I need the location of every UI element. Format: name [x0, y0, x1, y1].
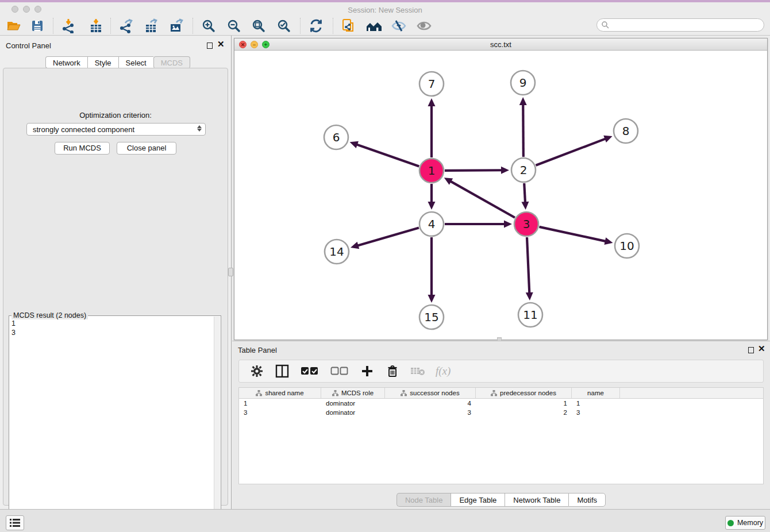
control-panel-tabs: Network Style Select MCDS: [45, 56, 190, 68]
node-label: 9: [519, 76, 527, 90]
table-row[interactable]: 3 dominator 3 2 3: [239, 408, 763, 417]
arrowhead-icon: [526, 292, 533, 300]
export-image-icon[interactable]: [168, 18, 185, 34]
node-label: 2: [520, 163, 528, 177]
cell-successor-nodes[interactable]: 3: [385, 409, 476, 416]
close-table-panel-icon[interactable]: ✕: [758, 345, 765, 353]
node-label: 14: [329, 245, 344, 259]
column-header-name[interactable]: name: [572, 388, 620, 398]
cell-name[interactable]: 3: [572, 409, 620, 416]
dropdown-stepper-icon: [197, 125, 202, 132]
tab-select[interactable]: Select: [118, 56, 153, 68]
cell-mcds-role[interactable]: dominator: [321, 400, 385, 407]
zoom-selected-icon[interactable]: [275, 18, 292, 34]
deselect-all-icon[interactable]: [330, 364, 349, 379]
import-network-icon[interactable]: [60, 18, 77, 34]
panel-splitter-handle[interactable]: [228, 268, 233, 276]
tab-style[interactable]: Style: [87, 56, 118, 68]
zoom-fit-icon[interactable]: [250, 18, 267, 34]
search-input[interactable]: [610, 21, 753, 29]
edge-1-2[interactable]: [445, 170, 503, 171]
criterion-dropdown[interactable]: strongly connected component: [26, 123, 206, 136]
search-box[interactable]: [596, 18, 764, 32]
cell-successor-nodes[interactable]: 4: [385, 400, 476, 407]
network-window-title: scc.txt: [234, 40, 767, 49]
window-title: Session: New Session: [0, 6, 770, 14]
float-table-panel-icon[interactable]: [748, 347, 754, 353]
zoom-out-icon[interactable]: [225, 18, 242, 34]
mcds-result-title: MCDS result (2 nodes): [11, 311, 88, 319]
export-network-icon[interactable]: [117, 18, 134, 34]
table-header-row: shared name MCDS role successor nodes pr…: [239, 388, 763, 399]
tab-node-table[interactable]: Node Table: [396, 493, 451, 507]
network-window-titlebar[interactable]: ✕ − + scc.txt: [234, 38, 767, 51]
node-label: 6: [333, 130, 340, 144]
select-all-icon[interactable]: [300, 364, 319, 379]
share-session-icon[interactable]: [340, 18, 357, 34]
mcds-result-box: MCDS result (2 nodes) 1 3: [9, 315, 221, 529]
cell-shared-name[interactable]: 1: [239, 400, 321, 407]
edge-1-6[interactable]: [356, 144, 419, 167]
memory-button[interactable]: Memory: [725, 516, 765, 530]
edge-3-11[interactable]: [527, 237, 529, 294]
show-all-icon[interactable]: [415, 18, 433, 34]
cell-shared-name[interactable]: 3: [239, 409, 321, 416]
arrowhead-icon: [605, 237, 613, 245]
edge-4-14[interactable]: [357, 228, 419, 246]
tab-network[interactable]: Network: [45, 56, 87, 68]
toolbar-separator: [333, 18, 333, 34]
node-label: 3: [523, 217, 530, 231]
run-mcds-button[interactable]: Run MCDS: [55, 142, 110, 155]
first-neighbors-icon[interactable]: [365, 18, 383, 34]
arrowhead-icon: [350, 141, 359, 148]
close-panel-icon[interactable]: ✕: [217, 40, 225, 48]
split-table-icon[interactable]: [275, 364, 290, 379]
cell-name[interactable]: 1: [572, 400, 620, 407]
result-scrollbar[interactable]: [214, 317, 220, 529]
cell-mcds-role[interactable]: dominator: [321, 409, 385, 416]
zoom-in-icon[interactable]: [200, 18, 217, 34]
save-session-icon[interactable]: [29, 18, 46, 34]
open-file-icon[interactable]: [5, 18, 22, 34]
tab-motifs[interactable]: Motifs: [568, 493, 606, 507]
mcds-panel: Optimization criterion: strongly connect…: [3, 68, 228, 506]
flow-icon: [332, 390, 338, 396]
column-header-shared-name[interactable]: shared name: [239, 388, 321, 398]
column-header-predecessor-nodes[interactable]: predecessor nodes: [476, 388, 572, 398]
edge-3-1[interactable]: [449, 181, 515, 218]
float-panel-icon[interactable]: [207, 43, 213, 49]
edge-3-10[interactable]: [539, 227, 606, 241]
tab-edge-table[interactable]: Edge Table: [451, 493, 505, 507]
import-table-icon[interactable]: [87, 18, 105, 34]
delete-column-icon[interactable]: [385, 364, 400, 379]
edge-2-8[interactable]: [536, 138, 606, 165]
node-label: 10: [619, 239, 634, 253]
tab-mcds[interactable]: MCDS: [153, 56, 190, 68]
add-column-icon[interactable]: [360, 364, 375, 379]
apply-layout-icon[interactable]: [307, 18, 325, 34]
hide-selected-icon[interactable]: [390, 18, 407, 34]
tab-network-table[interactable]: Network Table: [505, 493, 568, 507]
delete-table-icon: [410, 364, 425, 379]
edge-2-3[interactable]: [524, 183, 525, 203]
criterion-value: strongly connected component: [33, 125, 134, 134]
flow-icon: [401, 390, 407, 396]
column-header-mcds-role[interactable]: MCDS role: [321, 388, 385, 398]
node-table: shared name MCDS role successor nodes pr…: [238, 387, 764, 484]
flow-icon: [491, 390, 497, 396]
edge-2-9[interactable]: [523, 103, 523, 157]
table-row[interactable]: 1 dominator 4 1 1: [239, 399, 763, 408]
column-header-successor-nodes[interactable]: successor nodes: [385, 388, 476, 398]
status-bar: Memory: [0, 509, 770, 532]
table-panel-title: Table Panel: [238, 346, 277, 354]
cell-predecessor-nodes[interactable]: 2: [476, 409, 572, 416]
settings-gear-icon[interactable]: [249, 364, 264, 379]
arrowhead-icon: [428, 202, 436, 210]
table-toolbar: f(x): [238, 360, 764, 383]
automation-panel-button[interactable]: [6, 515, 24, 530]
node-label: 7: [428, 77, 436, 91]
export-table-icon[interactable]: [143, 18, 160, 34]
cell-predecessor-nodes[interactable]: 1: [476, 400, 572, 407]
network-canvas[interactable]: 7968124314101511: [234, 51, 767, 340]
close-panel-button[interactable]: Close panel: [117, 142, 176, 155]
